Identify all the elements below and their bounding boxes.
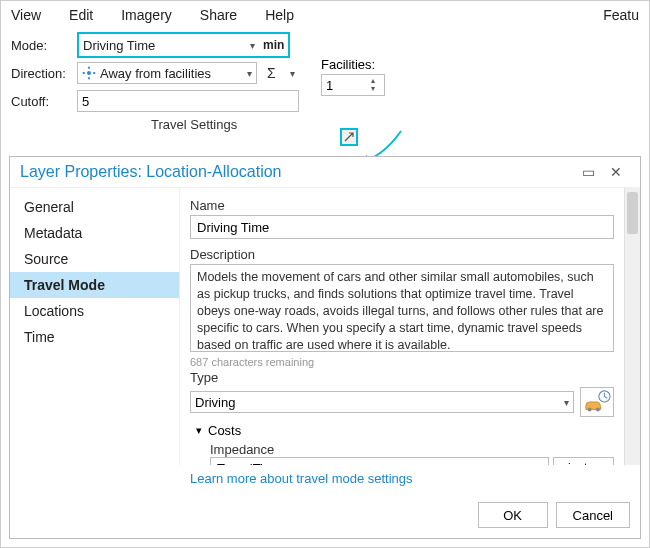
- menubar: View Edit Imagery Share Help Featu: [1, 1, 649, 33]
- tab-travel-mode[interactable]: Travel Mode: [10, 272, 179, 298]
- sigma-icon[interactable]: Σ: [263, 65, 280, 81]
- content-pane: Name Description 687 characters remainin…: [180, 188, 624, 465]
- impedance-label: Impedance: [210, 442, 614, 457]
- cutoff-label: Cutoff:: [11, 94, 71, 109]
- menu-edit[interactable]: Edit: [69, 7, 93, 23]
- mode-highlight: Driving Time ▾ min: [77, 32, 290, 58]
- dialog-title: Layer Properties: Location-Allocation: [20, 163, 281, 181]
- learn-more-link[interactable]: Learn more about travel mode settings: [190, 471, 413, 486]
- tab-locations[interactable]: Locations: [10, 298, 179, 324]
- costs-section-label: Costs: [208, 423, 241, 438]
- impedance-input[interactable]: [210, 457, 549, 465]
- facilities-group: Facilities: ▴▾: [321, 57, 385, 96]
- impedance-unit-dropdown[interactable]: minutes ▾: [553, 457, 614, 465]
- direction-value: Away from facilities: [100, 66, 211, 81]
- mode-dropdown[interactable]: Driving Time ▾: [79, 34, 259, 56]
- type-value: Driving: [195, 395, 235, 410]
- tab-source[interactable]: Source: [10, 246, 179, 272]
- description-label: Description: [190, 247, 614, 262]
- travel-settings-label: Travel Settings: [151, 117, 237, 132]
- cutoff-input[interactable]: [77, 90, 299, 112]
- close-icon[interactable]: ✕: [602, 164, 630, 180]
- chevron-down-icon: ▾: [564, 397, 569, 408]
- menu-help[interactable]: Help: [265, 7, 294, 23]
- mode-label: Mode:: [11, 38, 71, 53]
- scrollbar-thumb[interactable]: [627, 192, 638, 234]
- type-label: Type: [190, 370, 614, 385]
- chevron-down-icon[interactable]: ▾: [290, 68, 295, 79]
- menu-share[interactable]: Share: [200, 7, 237, 23]
- description-textarea[interactable]: [190, 264, 614, 352]
- facilities-input[interactable]: [322, 78, 366, 93]
- direction-dropdown[interactable]: Away from facilities ▾: [77, 62, 257, 84]
- tab-general[interactable]: General: [10, 194, 179, 220]
- spinner-arrows[interactable]: ▴▾: [366, 77, 380, 93]
- dialog-launcher-icon[interactable]: [340, 128, 358, 146]
- tab-time[interactable]: Time: [10, 324, 179, 350]
- maximize-icon[interactable]: ▭: [574, 164, 602, 180]
- menu-truncated: Featu: [603, 7, 639, 23]
- chevron-down-icon: ▾: [604, 463, 609, 466]
- mode-value: Driving Time: [83, 38, 155, 53]
- away-from-facilities-icon: [82, 66, 96, 80]
- menu-imagery[interactable]: Imagery: [121, 7, 172, 23]
- ok-button[interactable]: OK: [478, 502, 548, 528]
- impedance-unit-value: minutes: [558, 461, 600, 465]
- mode-unit: min: [259, 38, 288, 52]
- svg-point-3: [596, 407, 600, 411]
- chevron-down-icon[interactable]: ▾: [196, 424, 202, 437]
- chevron-down-icon: ▾: [250, 40, 255, 51]
- facilities-label: Facilities:: [321, 57, 385, 72]
- direction-label: Direction:: [11, 66, 71, 81]
- svg-point-2: [588, 407, 592, 411]
- cancel-button[interactable]: Cancel: [556, 502, 630, 528]
- tab-list: General Metadata Source Travel Mode Loca…: [10, 188, 180, 465]
- svg-point-0: [87, 71, 91, 75]
- menu-view[interactable]: View: [11, 7, 41, 23]
- scrollbar[interactable]: [624, 188, 640, 465]
- layer-properties-dialog: Layer Properties: Location-Allocation ▭ …: [9, 156, 641, 539]
- char-remaining: 687 characters remaining: [190, 356, 614, 368]
- name-input[interactable]: [190, 215, 614, 239]
- tab-metadata[interactable]: Metadata: [10, 220, 179, 246]
- type-dropdown[interactable]: Driving ▾: [190, 391, 574, 413]
- car-clock-icon: [580, 387, 614, 417]
- facilities-spinner[interactable]: ▴▾: [321, 74, 385, 96]
- chevron-down-icon: ▾: [247, 68, 252, 79]
- name-label: Name: [190, 198, 614, 213]
